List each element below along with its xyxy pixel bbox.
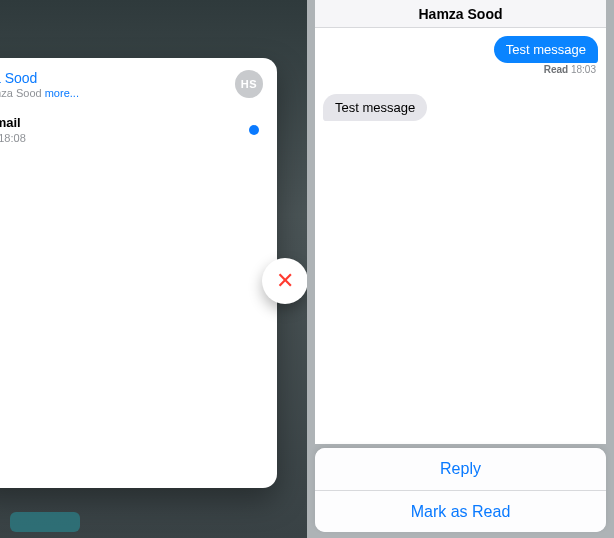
mail-preview-card[interactable]: za Sood amza Sood more... HS Email at 18… <box>0 58 277 488</box>
left-pane: za Sood amza Sood more... HS Email at 18… <box>0 0 307 538</box>
sender-name: za Sood <box>0 70 79 86</box>
outgoing-bubble[interactable]: Test message <box>494 36 598 63</box>
conversation-header: Hamza Sood <box>315 0 606 28</box>
right-pane: Hamza Sood Test message Read 18:03 Test … <box>307 0 614 538</box>
read-receipt: Read 18:03 <box>544 64 596 75</box>
reply-button[interactable]: Reply <box>315 448 606 490</box>
sender-subline: amza Sood more... <box>0 87 79 99</box>
action-sheet: Reply Mark as Read <box>315 448 606 532</box>
unread-dot-icon <box>249 125 259 135</box>
email-time: at 18:08 <box>0 132 26 144</box>
close-button[interactable]: ✕ <box>262 258 308 304</box>
conversation-body: Test message Read 18:03 Test message <box>315 28 606 444</box>
read-time: 18:03 <box>571 64 596 75</box>
avatar: HS <box>235 70 263 98</box>
dock-blur <box>10 512 80 532</box>
incoming-bubble[interactable]: Test message <box>323 94 427 121</box>
sender-subline-prefix: amza Sood <box>0 87 45 99</box>
email-row-text: Email at 18:08 <box>0 115 26 144</box>
email-subject: Email <box>0 115 26 130</box>
mark-as-read-button[interactable]: Mark as Read <box>315 490 606 532</box>
more-link[interactable]: more... <box>45 87 79 99</box>
screenshot-root: za Sood amza Sood more... HS Email at 18… <box>0 0 614 538</box>
mail-header-text: za Sood amza Sood more... <box>0 70 79 99</box>
email-row[interactable]: Email at 18:08 <box>0 115 263 144</box>
mail-header: za Sood amza Sood more... HS <box>0 70 263 99</box>
conversation-title: Hamza Sood <box>418 6 502 22</box>
close-icon: ✕ <box>276 270 294 292</box>
read-label: Read <box>544 64 568 75</box>
